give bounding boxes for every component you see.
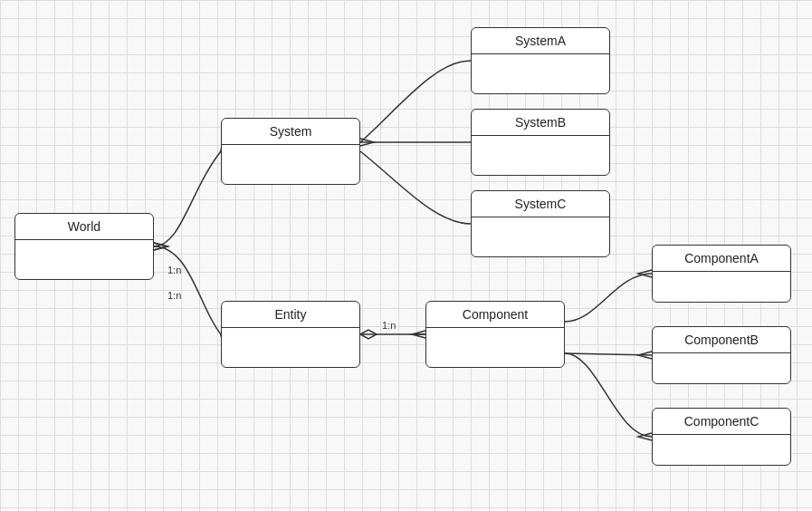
componentC-crow <box>638 433 652 440</box>
systemB-body <box>472 136 609 175</box>
systemB-label: SystemB <box>472 110 609 136</box>
entity-diamond <box>360 330 377 339</box>
entity-box[interactable]: Entity <box>221 301 360 368</box>
entity-component-relation: 1:n <box>382 320 396 331</box>
componentC-component-line <box>565 353 652 437</box>
systemA-system-line <box>360 61 471 142</box>
systemA-label: SystemA <box>472 28 609 54</box>
system-label: System <box>222 119 359 145</box>
component-label: Component <box>426 302 564 328</box>
componentC-box[interactable]: ComponentC <box>652 408 791 466</box>
diagram-container: World System SystemA SystemB SystemC Ent… <box>0 0 812 511</box>
world-entity-line <box>154 246 221 334</box>
component-right-crow <box>638 352 652 359</box>
component-box[interactable]: Component <box>425 301 565 368</box>
world-body <box>15 240 153 279</box>
system-crow-fork <box>360 139 374 146</box>
entity-body <box>222 328 359 367</box>
world-system-fork <box>154 243 167 250</box>
componentB-box[interactable]: ComponentB <box>652 326 791 384</box>
componentC-body <box>653 435 790 465</box>
world-system-relation: 1:n <box>167 265 181 275</box>
systemC-box[interactable]: SystemC <box>471 190 610 257</box>
componentA-crow <box>638 270 652 277</box>
world-entity-fork <box>154 243 167 250</box>
componentA-box[interactable]: ComponentA <box>652 245 791 303</box>
component-body <box>426 328 564 367</box>
world-system-line <box>154 151 221 246</box>
system-box[interactable]: System <box>221 118 360 185</box>
systemC-system-line <box>360 151 471 224</box>
componentA-body <box>653 272 790 302</box>
componentB-label: ComponentB <box>653 327 790 353</box>
world-entity-relation: 1:n <box>167 290 181 301</box>
componentA-component-line <box>565 274 652 322</box>
componentB-body <box>653 353 790 383</box>
systemA-body <box>472 54 609 93</box>
systemB-box[interactable]: SystemB <box>471 109 610 176</box>
componentB-component-line <box>565 353 652 355</box>
entity-label: Entity <box>222 302 359 328</box>
componentC-label: ComponentC <box>653 409 790 435</box>
world-label: World <box>15 214 153 240</box>
world-box[interactable]: World <box>14 213 154 280</box>
component-crow-foot <box>412 331 425 338</box>
systemC-body <box>472 217 609 256</box>
system-body <box>222 145 359 184</box>
systemA-box[interactable]: SystemA <box>471 27 610 94</box>
componentA-label: ComponentA <box>653 246 790 272</box>
systemC-label: SystemC <box>472 191 609 217</box>
